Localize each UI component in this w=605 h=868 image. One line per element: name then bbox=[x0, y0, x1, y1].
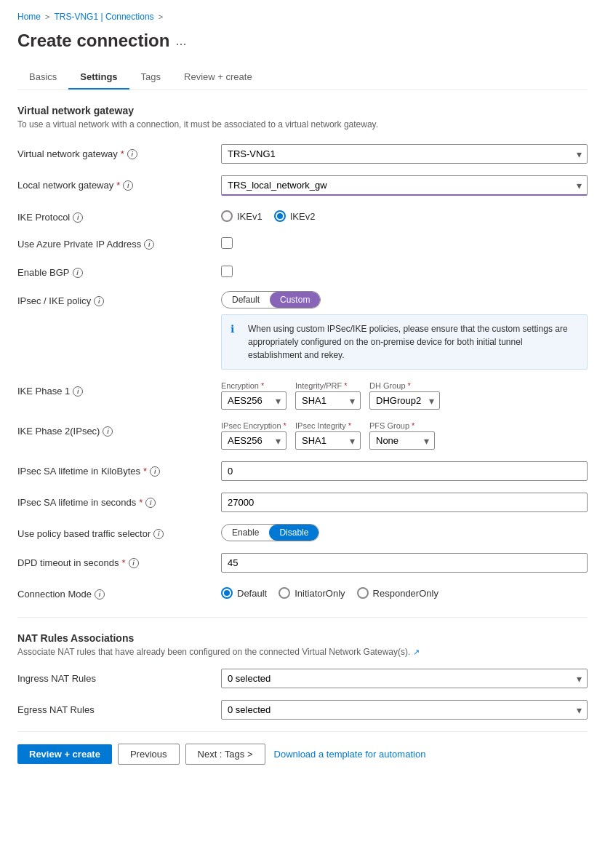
field-row-bgp: Enable BGP i bbox=[17, 263, 588, 279]
radio-default[interactable]: Default bbox=[221, 587, 267, 599]
select-phase2-pfs[interactable]: None bbox=[369, 431, 435, 450]
field-ipsec-policy: Default Custom ℹ When using custom IPSec… bbox=[221, 291, 588, 370]
radio-circle-ikev1 bbox=[221, 210, 233, 222]
info-icon-ike-phase2[interactable]: i bbox=[103, 426, 113, 437]
label-azure-private-ip-text: Use Azure Private IP Address bbox=[17, 239, 141, 250]
required-lng: * bbox=[116, 180, 120, 191]
toggle-disable-traffic[interactable]: Disable bbox=[269, 525, 318, 541]
label-ipsec-kb: IPsec SA lifetime in KiloBytes * i bbox=[17, 461, 221, 477]
field-row-ipsec-policy: IPsec / IKE policy i Default Custom ℹ Wh… bbox=[17, 291, 588, 370]
label-policy-traffic: Use policy based traffic selector i bbox=[17, 524, 221, 539]
tab-settings[interactable]: Settings bbox=[68, 65, 129, 89]
checkbox-azure-private-ip[interactable] bbox=[221, 237, 233, 249]
tab-review-create[interactable]: Review + create bbox=[172, 65, 264, 89]
checkbox-bgp[interactable] bbox=[221, 266, 233, 277]
phase1-dhgroup-field: DH Group * DHGroup2 bbox=[369, 381, 440, 410]
radio-circle-responder bbox=[357, 587, 369, 599]
label-ike-phase2-text: IKE Phase 2(IPsec) bbox=[17, 426, 100, 437]
label-phase2-pfs: PFS Group * bbox=[369, 421, 435, 430]
select-phase1-integrity[interactable]: SHA1 bbox=[295, 391, 361, 410]
field-row-ike-phase2: IKE Phase 2(IPsec) i IPsec Encryption * … bbox=[17, 421, 588, 450]
toggle-enable-traffic[interactable]: Enable bbox=[222, 525, 269, 541]
info-icon-ike[interactable]: i bbox=[73, 212, 83, 223]
download-template-link[interactable]: Download a template for automation bbox=[271, 744, 429, 764]
label-phase2-encryption: IPsec Encryption * bbox=[221, 421, 287, 430]
select-phase2-integrity[interactable]: SHA1 bbox=[295, 431, 361, 450]
label-vng: Virtual network gateway * i bbox=[17, 144, 221, 159]
field-row-ingress-nat: Ingress NAT Rules 0 selected bbox=[17, 669, 588, 688]
info-icon-dpd[interactable]: i bbox=[129, 558, 139, 568]
select-wrapper-lng: TRS_local_network_gw bbox=[221, 175, 588, 196]
field-row-vng: Virtual network gateway * i TRS-VNG1 bbox=[17, 144, 588, 164]
select-wrapper-phase2-pfs: None bbox=[369, 431, 435, 450]
info-box-icon: ℹ bbox=[231, 323, 242, 362]
info-icon-ike-phase1[interactable]: i bbox=[73, 386, 83, 397]
label-ike-phase1-text: IKE Phase 1 bbox=[17, 386, 70, 397]
page-title: Create connection bbox=[17, 31, 169, 51]
label-connection-mode: Connection Mode i bbox=[17, 584, 221, 600]
tab-bar: Basics Settings Tags Review + create bbox=[17, 65, 588, 90]
field-row-ipsec-sec: IPsec SA lifetime in seconds * i bbox=[17, 493, 588, 512]
select-egress-nat[interactable]: 0 selected bbox=[221, 700, 588, 720]
info-icon-lng[interactable]: i bbox=[123, 180, 133, 191]
tab-tags[interactable]: Tags bbox=[129, 65, 172, 89]
field-azure-private-ip bbox=[221, 234, 588, 251]
radio-ikev1[interactable]: IKEv1 bbox=[221, 210, 263, 222]
breadcrumb: Home > TRS-VNG1 | Connections > bbox=[17, 12, 588, 22]
phase1-fields: Encryption * AES256 Integrity/PRF * SHA1 bbox=[221, 381, 588, 410]
info-icon-ipsec-sec[interactable]: i bbox=[145, 498, 156, 508]
label-phase1-encryption: Encryption * bbox=[221, 381, 287, 390]
page-menu-icon[interactable]: ... bbox=[175, 33, 186, 49]
radio-responder[interactable]: ResponderOnly bbox=[357, 587, 438, 599]
previous-button[interactable]: Previous bbox=[118, 744, 180, 765]
input-ipsec-kb[interactable] bbox=[221, 461, 588, 481]
tab-basics[interactable]: Basics bbox=[17, 65, 68, 89]
label-ingress-nat: Ingress NAT Rules bbox=[17, 669, 221, 684]
input-dpd[interactable] bbox=[221, 553, 588, 573]
info-icon-bgp[interactable]: i bbox=[73, 268, 83, 278]
field-row-ipsec-kb: IPsec SA lifetime in KiloBytes * i bbox=[17, 461, 588, 481]
external-link-icon[interactable]: ↗ bbox=[413, 648, 420, 657]
info-icon-vng[interactable]: i bbox=[127, 149, 137, 159]
section-title-vng: Virtual network gateway bbox=[17, 105, 588, 116]
field-row-egress-nat: Egress NAT Rules 0 selected bbox=[17, 700, 588, 720]
select-lng[interactable]: TRS_local_network_gw bbox=[221, 175, 588, 196]
breadcrumb-parent[interactable]: TRS-VNG1 | Connections bbox=[54, 12, 153, 22]
select-wrapper-vng: TRS-VNG1 bbox=[221, 144, 588, 164]
select-wrapper-phase2-enc: AES256 bbox=[221, 431, 287, 450]
info-icon-policy-traffic[interactable]: i bbox=[153, 529, 164, 539]
info-icon-ipsec-policy[interactable]: i bbox=[94, 296, 104, 306]
label-phase1-dhgroup: DH Group * bbox=[369, 381, 440, 390]
review-create-button[interactable]: Review + create bbox=[17, 744, 112, 764]
radio-group-ike: IKEv1 IKEv2 bbox=[221, 207, 588, 222]
input-ipsec-sec[interactable] bbox=[221, 493, 588, 512]
select-phase1-dhgroup[interactable]: DHGroup2 bbox=[369, 391, 440, 410]
select-phase1-encryption[interactable]: AES256 bbox=[221, 391, 287, 410]
label-phase1-integrity: Integrity/PRF * bbox=[295, 381, 361, 390]
phase2-fields: IPsec Encryption * AES256 IPsec Integrit… bbox=[221, 421, 588, 450]
label-ipsec-sec-text: IPsec SA lifetime in seconds bbox=[17, 497, 136, 508]
breadcrumb-home[interactable]: Home bbox=[17, 12, 41, 22]
label-egress-nat: Egress NAT Rules bbox=[17, 700, 221, 715]
toggle-custom[interactable]: Custom bbox=[270, 292, 320, 308]
next-button[interactable]: Next : Tags > bbox=[185, 744, 265, 765]
select-phase2-encryption[interactable]: AES256 bbox=[221, 431, 287, 450]
radio-initiator[interactable]: InitiatorOnly bbox=[279, 587, 345, 599]
radio-label-initiator: InitiatorOnly bbox=[295, 588, 345, 599]
label-ike-protocol: IKE Protocol i bbox=[17, 207, 221, 223]
select-ingress-nat[interactable]: 0 selected bbox=[221, 669, 588, 688]
label-azure-private-ip: Use Azure Private IP Address i bbox=[17, 234, 221, 250]
nat-section: NAT Rules Associations Associate NAT rul… bbox=[17, 617, 588, 720]
radio-label-ikev2: IKEv2 bbox=[290, 211, 316, 222]
select-wrapper-egress-nat: 0 selected bbox=[221, 700, 588, 720]
info-icon-ipsec-kb[interactable]: i bbox=[150, 466, 160, 477]
info-icon-azure-ip[interactable]: i bbox=[144, 239, 154, 250]
field-row-dpd: DPD timeout in seconds * i bbox=[17, 553, 588, 573]
nat-section-title: NAT Rules Associations bbox=[17, 632, 588, 644]
radio-ikev2[interactable]: IKEv2 bbox=[274, 210, 316, 222]
select-wrapper-phase2-int: SHA1 bbox=[295, 431, 361, 450]
select-vng[interactable]: TRS-VNG1 bbox=[221, 144, 588, 164]
field-ipsec-kb bbox=[221, 461, 588, 481]
toggle-default[interactable]: Default bbox=[222, 292, 270, 308]
info-icon-connection-mode[interactable]: i bbox=[95, 589, 105, 600]
